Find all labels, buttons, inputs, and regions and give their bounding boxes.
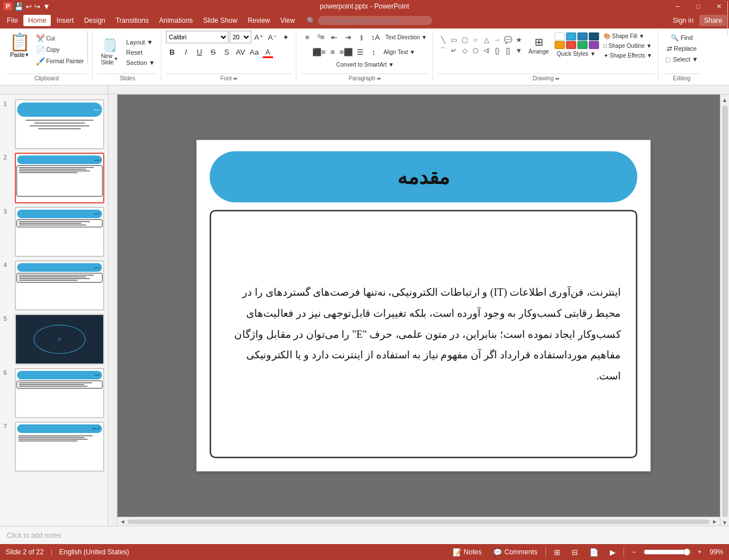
share-button[interactable]: Share (699, 15, 727, 26)
qs-swatch-1[interactable] (555, 32, 565, 40)
slide-thumb-7[interactable]: 7 علی پیش (3, 422, 104, 472)
copy-button[interactable]: 📄Copy (34, 44, 86, 55)
font-size-select[interactable]: 20 (230, 31, 251, 43)
slide-img-4[interactable]: مقدمه (15, 260, 104, 310)
slide-img-6[interactable]: مقدمه (15, 368, 104, 418)
bullet-button[interactable]: ≡ (301, 31, 313, 43)
sign-in-button[interactable]: Sign in (668, 15, 698, 26)
shape-diamond[interactable]: ◇ (459, 46, 470, 56)
columns-button[interactable]: ⫿ (356, 31, 368, 43)
quick-access-undo[interactable]: ↩ (26, 2, 32, 11)
maximize-button[interactable]: □ (688, 0, 708, 13)
quick-access-save[interactable]: 💾 (14, 2, 23, 11)
numbering-button[interactable]: ⁰≡ (315, 31, 327, 43)
scroll-right-button[interactable]: ► (712, 518, 718, 525)
current-slide[interactable]: مقدمه اینترنت، فن‌آوری اطلاعات (IT) و ار… (196, 140, 650, 472)
minimize-button[interactable]: ─ (667, 0, 688, 13)
slide-img-1[interactable]: دانشگاه (15, 99, 104, 149)
arrange-button[interactable]: ⊞ Arrange (525, 34, 552, 56)
clear-format-button[interactable]: ✦ (280, 31, 292, 43)
menu-home[interactable]: Home (23, 15, 51, 26)
quick-styles-button[interactable]: Quick Styles ▼ (555, 50, 599, 58)
font-color-button[interactable]: A (262, 46, 274, 58)
slide-thumb-3[interactable]: 3 مقدمه (3, 207, 104, 257)
tell-me-input[interactable] (318, 16, 432, 25)
cut-button[interactable]: ✂️Cut (34, 33, 86, 44)
slide-sorter-button[interactable]: ⊟ (568, 547, 581, 558)
align-right-button[interactable]: ≡⬛ (340, 46, 353, 58)
quick-access-redo[interactable]: ↪ (34, 2, 40, 11)
convert-smartart-button[interactable]: Convert to SmartArt ▼ (334, 60, 396, 69)
new-slide-button[interactable]: 🗒️ NewSlide▼ (97, 36, 121, 67)
menu-view[interactable]: View (276, 15, 300, 26)
shape-rounded-rect[interactable]: ▢ (459, 35, 470, 45)
menu-animations[interactable]: Animations (154, 15, 197, 26)
menu-review[interactable]: Review (243, 15, 274, 26)
menu-transitions[interactable]: Transitions (111, 15, 153, 26)
shapes-more[interactable]: ▼ (514, 46, 524, 56)
replace-button[interactable]: ⇄ Replace (665, 44, 699, 54)
shape-effects-button[interactable]: ✦ Shape Effects ▼ (601, 51, 655, 60)
strikethrough-button[interactable]: S (207, 46, 219, 58)
slide-thumb-1[interactable]: 1 دانشگاه (3, 99, 104, 149)
paste-button[interactable]: 📋 Paste▼ (7, 31, 32, 59)
qs-swatch-2[interactable] (566, 32, 576, 40)
increase-indent-button[interactable]: ⇥ (342, 31, 355, 43)
horizontal-scrollbar[interactable]: ◄ ► (117, 517, 720, 526)
find-button[interactable]: 🔍 Find (669, 33, 695, 43)
shape-callout[interactable]: 💬 (503, 35, 513, 45)
align-left-button[interactable]: ⬛≡ (313, 46, 325, 58)
italic-button[interactable]: I (180, 46, 192, 58)
zoom-slider[interactable] (644, 550, 690, 554)
notes-button[interactable]: 📝 Notes (449, 547, 485, 558)
shape-oval[interactable]: ○ (470, 35, 480, 45)
shape-arrow[interactable]: → (492, 35, 502, 45)
scroll-down-button[interactable]: ▼ (722, 520, 728, 526)
shape-line[interactable]: ╲ (438, 35, 448, 45)
scroll-thumb-v[interactable] (722, 105, 728, 517)
menu-file[interactable]: File (2, 15, 22, 26)
decrease-indent-button[interactable]: ⇤ (328, 31, 341, 43)
scroll-up-button[interactable]: ▲ (722, 97, 728, 103)
slide-thumb-2[interactable]: 2 مقدمه (3, 153, 104, 203)
slide-thumb-6[interactable]: 6 مقدمه (3, 368, 104, 418)
shape-star[interactable]: ★ (514, 35, 524, 45)
notes-area[interactable]: Click to add notes (0, 526, 729, 544)
slide-img-5[interactable]: ⊙ (15, 314, 104, 364)
justify-button[interactable]: ☰ (354, 46, 366, 58)
scroll-left-button[interactable]: ◄ (120, 518, 125, 525)
normal-view-button[interactable]: ⊞ (551, 547, 564, 558)
zoom-in-button[interactable]: + (694, 547, 705, 557)
zoom-out-button[interactable]: − (629, 547, 640, 557)
layout-button[interactable]: Layout ▼ (124, 38, 157, 47)
scroll-thumb-h[interactable] (128, 520, 710, 524)
shape-triangle[interactable]: △ (481, 35, 491, 45)
qs-swatch-6[interactable] (566, 41, 576, 49)
shape-cylinder[interactable]: ⏿ (481, 46, 491, 56)
slideshow-button[interactable]: ▶ (606, 547, 619, 558)
reset-button[interactable]: Reset (124, 48, 157, 57)
slide-thumb-5[interactable]: 5 ⊙ (3, 314, 104, 364)
format-painter-button[interactable]: 🖌️Format Painter (34, 56, 86, 67)
zoom-thumb[interactable] (683, 549, 690, 555)
qs-swatch-3[interactable] (577, 32, 588, 40)
slide-thumb-4[interactable]: 4 مقدمه (3, 260, 104, 310)
char-spacing-button[interactable]: AV (234, 46, 247, 58)
align-text-dropdown[interactable]: Align Text ▼ (381, 48, 418, 56)
decrease-font-button[interactable]: A⁻ (266, 31, 279, 43)
text-direction-dropdown[interactable]: Text Direction ▼ (383, 33, 429, 42)
shape-bracket[interactable]: {} (492, 46, 502, 56)
line-spacing-button[interactable]: ↕ (368, 46, 380, 58)
change-case-button[interactable]: Aa (248, 46, 260, 58)
text-direction-button[interactable]: ↕A (369, 31, 382, 43)
shape-outline-button[interactable]: □ Shape Outline ▼ (601, 42, 655, 50)
underline-button[interactable]: U (193, 46, 206, 58)
shape-arc[interactable]: ⌒ (438, 46, 448, 56)
slide-img-3[interactable]: مقدمه (15, 207, 104, 257)
shape-rect[interactable]: ▭ (449, 35, 459, 45)
slide-content-box[interactable]: اینترنت، فن‌آوری اطلاعات (IT) و ارتباطات… (209, 210, 637, 458)
increase-font-button[interactable]: A⁺ (252, 31, 265, 43)
section-button[interactable]: Section ▼ (124, 58, 157, 67)
slide-header[interactable]: مقدمه (209, 152, 637, 203)
slide-img-7[interactable]: علی پیش (15, 422, 104, 472)
